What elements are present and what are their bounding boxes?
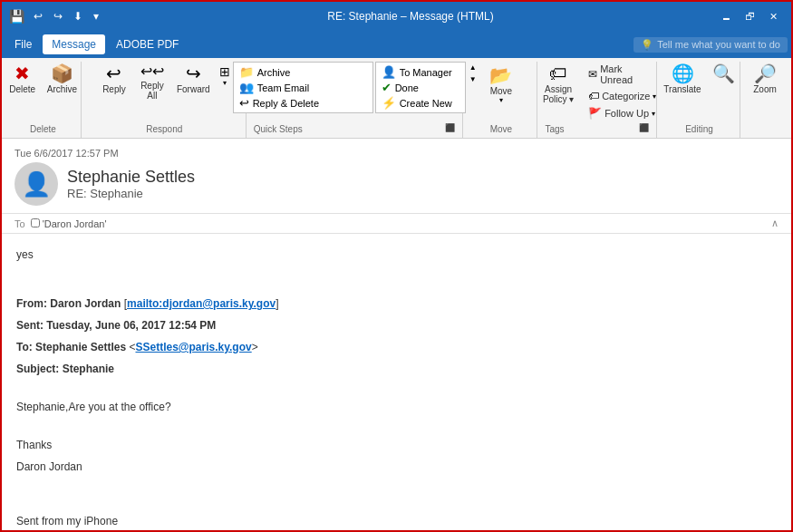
more-respond-btn[interactable]: ⊞ ▾ — [217, 62, 233, 90]
sent-value: Tuesday, June 06, 2017 12:54 PM — [46, 319, 216, 332]
qs-reply-delete-icon: ↩ — [239, 96, 249, 110]
down-btn[interactable]: ⬇ — [70, 8, 86, 24]
forward-icon: ↪ — [186, 64, 201, 82]
from-label: From: — [16, 297, 47, 310]
search-ribbon-btn[interactable]: 🔍 — [708, 62, 740, 87]
move-icon: 📂 — [489, 64, 512, 86]
sent-line: Sent: Tuesday, June 06, 2017 12:54 PM — [16, 317, 777, 334]
qs-manager-label: To Manager — [400, 67, 452, 78]
subject-quoted-value: Stephanie — [63, 363, 114, 375]
qs-team-icon: 👥 — [239, 81, 254, 94]
to-address: 'Daron Jordan' — [43, 218, 107, 229]
ribbon-group-tags: 🏷 AssignPolicy ▾ ✉ Mark Unread 🏷 Categor… — [539, 62, 657, 138]
translate-label: Translate — [663, 84, 701, 94]
ribbon-group-move: 📂 Move ▾ Move — [465, 62, 537, 138]
quicksteps-expand-btn[interactable]: ⬛ — [443, 121, 457, 134]
delete-label: Delete — [9, 84, 35, 94]
window-buttons[interactable]: 🗕 🗗 ✕ — [715, 8, 784, 24]
menu-adobe[interactable]: ADOBE PDF — [107, 34, 188, 54]
ribbon-group-respond: ↩ Reply ↩↩ ReplyAll ↪ Forward ⊞ ▾ Respon… — [83, 62, 247, 138]
menu-message[interactable]: Message — [43, 34, 105, 54]
reply-all-btn[interactable]: ↩↩ ReplyAll — [134, 62, 170, 103]
move-dropdown-icon: ▾ — [499, 96, 503, 104]
sender-name: Stephanie Settles — [67, 168, 195, 187]
to-checkbox[interactable] — [31, 218, 40, 227]
lightbulb-icon: 💡 — [641, 39, 653, 51]
unread-icon: ✉ — [588, 68, 597, 81]
quoted-header: From: Daron Jordan [mailto:djordan@paris… — [16, 295, 777, 377]
email-body: yes From: Daron Jordan [mailto:djordan@p… — [2, 234, 791, 530]
qs-team-label: Team Email — [257, 82, 309, 93]
mark-unread-btn[interactable]: ✉ Mark Unread — [584, 62, 661, 87]
from-line: From: Daron Jordan [mailto:djordan@paris… — [16, 295, 777, 312]
qs-archive[interactable]: 📁 Archive — [237, 64, 369, 80]
to-line: To 'Daron Jordan' ∧ — [2, 214, 791, 234]
from-email[interactable]: mailto:djordan@paris.ky.gov — [127, 297, 276, 310]
email-header: Tue 6/6/2017 12:57 PM 👤 Stephanie Settle… — [2, 139, 791, 214]
reply-btn[interactable]: ↩ Reply — [96, 62, 132, 97]
minimize-btn[interactable]: 🗕 — [715, 8, 737, 24]
redo-btn[interactable]: ↪ — [50, 8, 66, 24]
quicksteps-right-box: 👤 To Manager ✔ Done ⚡ Create New — [375, 62, 466, 113]
to-quoted-email[interactable]: SSettles@paris.ky.gov — [135, 341, 251, 353]
forward-btn[interactable]: ↪ Forward — [172, 62, 215, 97]
author-line: Daron Jordan — [16, 459, 777, 475]
qs-create-new[interactable]: ⚡ Create New — [380, 95, 461, 111]
quoted-body: Stephanie,Are you at the office? — [16, 399, 777, 415]
sent-from-line: Sent from my iPhone — [16, 513, 777, 529]
menu-search[interactable]: 💡 Tell me what you want to do — [633, 37, 788, 53]
email-date: Tue 6/6/2017 12:57 PM — [15, 148, 778, 159]
reply-icon: ↩ — [106, 64, 121, 82]
menu-file[interactable]: File — [5, 34, 41, 54]
qs-archive-label: Archive — [257, 67, 291, 78]
ribbon: ✖ Delete 📦 Archive Delete ↩ Reply ↩↩ Re — [2, 58, 791, 139]
ribbon-group-editing: 🌐 Translate 🔍 Editing — [659, 62, 740, 138]
zoom-buttons: 🔎 Zoom — [747, 62, 783, 134]
tags-group-label: Tags — [545, 122, 564, 134]
from-value: Daron Jordan — [50, 297, 121, 310]
categorize-label: Categorize — [602, 91, 650, 102]
archive-btn[interactable]: 📦 Archive — [43, 62, 82, 97]
zoom-btn[interactable]: 🔎 Zoom — [747, 62, 783, 97]
menu-bar: File Message ADOBE PDF 💡 Tell me what yo… — [2, 31, 791, 58]
search-placeholder: Tell me what you want to do — [657, 39, 780, 50]
follow-up-btn[interactable]: 🚩 Follow Up ▾ — [584, 105, 661, 121]
restore-btn[interactable]: 🗗 — [739, 8, 760, 24]
categorize-btn[interactable]: 🏷 Categorize ▾ — [584, 88, 661, 104]
qs-done-icon: ✔ — [382, 81, 392, 94]
editing-group-label: Editing — [685, 122, 713, 134]
delete-btn[interactable]: ✖ Delete — [5, 62, 41, 97]
to-value: 'Daron Jordan' — [31, 218, 107, 229]
title-bar-controls[interactable]: ↩ ↪ ⬇ ▾ — [30, 8, 102, 24]
qs-done[interactable]: ✔ Done — [380, 80, 461, 95]
more-btn[interactable]: ▾ — [90, 8, 102, 24]
tags-expand-btn[interactable]: ⬛ — [637, 121, 651, 134]
qs-reply-delete-label: Reply & Delete — [253, 98, 319, 109]
to-quoted-value: Stephanie Settles — [35, 341, 126, 353]
translate-btn[interactable]: 🌐 Translate — [659, 62, 705, 97]
archive-label: Archive — [47, 84, 77, 94]
close-btn[interactable]: ✕ — [762, 8, 784, 24]
window-title: RE: Stephanie – Message (HTML) — [111, 10, 710, 23]
qs-to-manager[interactable]: 👤 To Manager — [380, 64, 461, 80]
dropdown-arrow: ▾ — [223, 79, 227, 87]
expand-header-btn[interactable]: ∧ — [771, 218, 778, 229]
move-btn[interactable]: 📂 Move ▾ — [479, 62, 524, 107]
app-icon: 💾 — [9, 9, 24, 24]
subject-quoted-line: Subject: Stephanie — [16, 361, 777, 377]
qs-manager-icon: 👤 — [382, 65, 396, 79]
assign-policy-label: AssignPolicy ▾ — [543, 84, 574, 104]
assign-policy-btn[interactable]: 🏷 AssignPolicy ▾ — [535, 62, 582, 107]
policy-icon: 🏷 — [549, 64, 567, 82]
search-ribbon-icon: 🔍 — [712, 64, 735, 82]
quicksteps-box: 📁 Archive 👥 Team Email ↩ Reply & Delete — [233, 62, 373, 113]
ribbon-group-zoom: 🔎 Zoom — [742, 62, 788, 138]
qs-reply-delete[interactable]: ↩ Reply & Delete — [237, 95, 369, 111]
qs-team-email[interactable]: 👥 Team Email — [237, 80, 369, 95]
tags-col: ✉ Mark Unread 🏷 Categorize ▾ 🚩 Follow Up… — [584, 62, 661, 121]
thanks-line: Thanks — [16, 437, 777, 453]
to-quoted-label: To: — [16, 341, 33, 353]
followup-icon: 🚩 — [588, 107, 602, 120]
undo-btn[interactable]: ↩ — [30, 8, 46, 24]
mark-unread-label: Mark Unread — [600, 63, 656, 85]
